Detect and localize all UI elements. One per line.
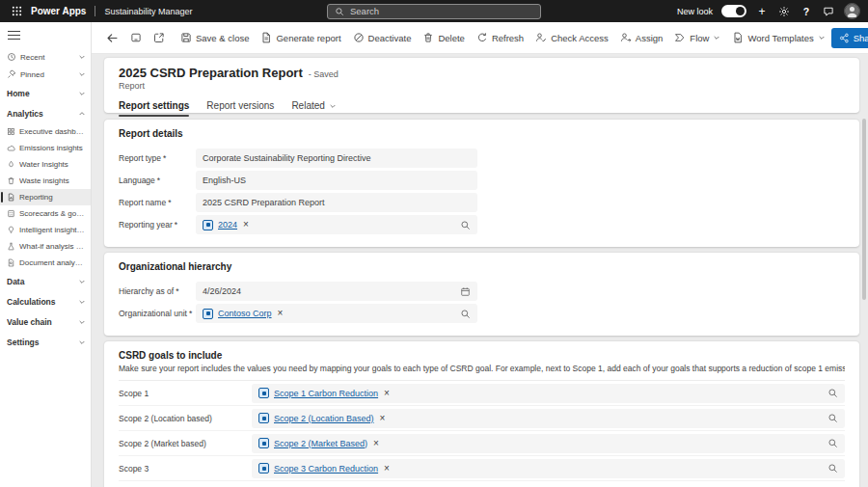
field-label: Report name (119, 198, 166, 207)
tab-related[interactable]: Related (291, 95, 336, 117)
lookup-record-link[interactable]: 2024 (218, 220, 237, 230)
check-access-button[interactable]: Check Access (529, 26, 614, 49)
sidebar-item-label: Water Insights (19, 160, 86, 169)
field-value: English-US (203, 176, 246, 185)
help-icon[interactable]: ? (800, 4, 813, 19)
lookup-search-icon[interactable] (827, 463, 838, 473)
delete-button[interactable]: Delete (417, 26, 470, 49)
environment-name[interactable]: Sustainability Manager (104, 7, 192, 16)
form-tabs: Report settings Report versions Related (119, 95, 845, 117)
lookup-record-link[interactable]: Scope 2 (Market Based) (274, 439, 367, 448)
language-field[interactable]: English-US (196, 171, 477, 190)
user-avatar[interactable] (844, 3, 860, 19)
sidebar-group-label: Value chain (7, 317, 74, 327)
refresh-button[interactable]: Refresh (471, 26, 529, 49)
save-status: - Saved (309, 69, 339, 79)
lookup-search-icon[interactable] (460, 309, 471, 319)
field-value: 4/26/2024 (203, 286, 241, 296)
calendar-icon[interactable] (460, 286, 471, 297)
required-marker: * (163, 153, 166, 163)
lookup-search-icon[interactable] (827, 413, 838, 423)
global-search-input[interactable]: Search (327, 4, 541, 19)
sidebar-group-value-chain[interactable]: Value chain (0, 311, 91, 332)
save-and-close-button[interactable]: Save & close (175, 26, 255, 49)
scope-2-market-lookup-field[interactable]: Scope 2 (Market Based) × (252, 434, 845, 453)
remove-value-icon[interactable]: × (380, 414, 386, 423)
sidebar-item-recent[interactable]: Recent (0, 48, 91, 66)
new-look-toggle[interactable] (721, 5, 746, 17)
record-header: 2025 CSRD Preparation Report - Saved Rep… (104, 58, 859, 113)
flow-menu-button[interactable]: Flow (668, 26, 726, 49)
lookup-record-icon (203, 309, 213, 319)
sidebar-item-water-insights[interactable]: Water Insights (0, 156, 91, 173)
field-row-report-name: Report name* 2025 CSRD Preparation Repor… (119, 193, 845, 212)
tab-report-versions[interactable]: Report versions (206, 95, 274, 117)
word-templates-menu-button[interactable]: Word Templates (726, 26, 830, 49)
sidebar-item-intelligent-insights[interactable]: Intelligent insights (p... (0, 222, 91, 238)
sidebar-item-reporting[interactable]: Reporting (0, 189, 91, 205)
lookup-search-icon[interactable] (460, 220, 471, 230)
scope-1-lookup-field[interactable]: Scope 1 Carbon Reduction × (252, 384, 845, 403)
refresh-icon (476, 32, 488, 43)
sidebar-item-document-analysis[interactable]: Document analysis (... (0, 255, 91, 271)
remove-value-icon[interactable]: × (373, 439, 379, 448)
assign-button[interactable]: Assign (614, 26, 669, 49)
add-icon[interactable]: + (755, 4, 769, 19)
app-name[interactable]: Power Apps (31, 6, 86, 16)
lookup-record-icon (258, 413, 269, 423)
feedback-icon[interactable] (822, 4, 835, 19)
droplet-icon (7, 160, 15, 169)
scope-2-location-lookup-field[interactable]: Scope 2 (Location Based) × (252, 409, 845, 428)
generate-report-button[interactable]: Generate report (255, 26, 346, 49)
reporting-year-lookup-field[interactable]: 2024 × (196, 215, 477, 234)
lookup-record-icon (258, 388, 269, 398)
deactivate-button[interactable]: Deactivate (347, 26, 418, 49)
hamburger-menu-icon[interactable] (8, 31, 20, 40)
field-label: Language (119, 176, 155, 185)
remove-value-icon[interactable]: × (243, 220, 249, 230)
entity-name: Report (119, 81, 845, 91)
sidebar-group-data[interactable]: Data (0, 271, 91, 291)
lookup-search-icon[interactable] (827, 438, 838, 448)
lookup-search-icon[interactable] (827, 388, 838, 398)
sidebar-item-what-if-analysis[interactable]: What-if analysis (pre... (0, 238, 91, 255)
settings-gear-icon[interactable] (777, 4, 791, 19)
sidebar-item-label: Pinned (20, 70, 74, 79)
scope-3-lookup-field[interactable]: Scope 3 Carbon Reduction × (252, 459, 845, 478)
sidebar-item-scorecards-goals[interactable]: Scorecards & goals (0, 205, 91, 222)
vertical-scrollbar-thumb[interactable] (862, 119, 866, 300)
share-button[interactable]: Share (831, 28, 868, 48)
waffle-icon[interactable] (8, 4, 25, 19)
lookup-record-link[interactable]: Scope 2 (Location Based) (274, 414, 374, 423)
lookup-record-link[interactable]: Contoso Corp (218, 309, 272, 318)
popout-record-button[interactable] (148, 26, 171, 49)
organizational-unit-lookup-field[interactable]: Contoso Corp × (196, 304, 477, 323)
report-type-field[interactable]: Corporate Sustainability Reporting Direc… (196, 149, 477, 168)
hierarchy-date-field[interactable]: 4/26/2024 (196, 282, 477, 301)
sidebar-group-home[interactable]: Home (0, 83, 91, 103)
report-name-field[interactable]: 2025 CSRD Preparation Report (196, 193, 477, 212)
lookup-record-link[interactable]: Scope 1 Carbon Reduction (274, 389, 378, 398)
check-access-icon (535, 32, 547, 43)
remove-value-icon[interactable]: × (384, 464, 390, 473)
sidebar-item-executive-dashboard[interactable]: Executive dashboard (0, 123, 91, 140)
remove-value-icon[interactable]: × (278, 309, 284, 318)
lookup-record-icon (203, 220, 213, 230)
back-button[interactable] (100, 26, 124, 49)
chevron-down-icon (78, 338, 86, 346)
remove-value-icon[interactable]: × (384, 389, 390, 398)
section-description: Make sure your report includes the value… (119, 364, 845, 373)
form-view-button[interactable] (124, 26, 148, 49)
sidebar-group-settings[interactable]: Settings (0, 332, 91, 352)
field-label: Report type (119, 153, 161, 163)
sidebar-item-waste-insights[interactable]: Waste insights (0, 173, 91, 189)
sidebar-group-analytics[interactable]: Analytics (0, 103, 91, 123)
tab-report-settings[interactable]: Report settings (119, 95, 189, 117)
goal-row-scope-2-market: Scope 2 (Market based) Scope 2 (Market B… (119, 431, 845, 456)
sidebar-item-pinned[interactable]: Pinned (0, 66, 91, 83)
lookup-record-link[interactable]: Scope 3 Carbon Reduction (274, 464, 378, 473)
sidebar-item-emissions-insights[interactable]: Emissions insights (0, 140, 91, 156)
tab-label: Related (291, 100, 324, 111)
sidebar-group-calculations[interactable]: Calculations (0, 291, 91, 311)
chevron-down-icon (78, 70, 86, 78)
